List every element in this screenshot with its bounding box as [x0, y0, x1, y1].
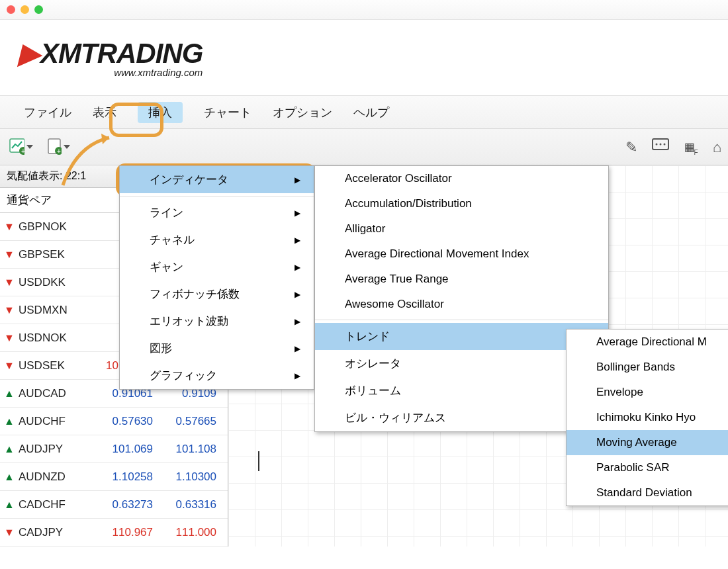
- menu-item[interactable]: Average True Range: [315, 267, 608, 292]
- arrow-up-icon: ▲: [0, 388, 19, 400]
- menu-item-label: ビル・ウィリアムス: [345, 410, 446, 425]
- svg-text:+: +: [21, 148, 24, 155]
- window-titlebar: [0, 0, 728, 20]
- symbol-label: AUDJPY: [19, 443, 95, 456]
- new-chart-icon[interactable]: +: [9, 136, 33, 157]
- insert-dropdown: インディケータ▶ライン▶チャネル▶ギャン▶フィボナッチ係数▶エリオット波動▶図形…: [119, 165, 314, 390]
- submenu-arrow-icon: ▶: [295, 208, 300, 218]
- svg-point-7: [656, 143, 658, 145]
- submenu-arrow-icon: ▶: [295, 263, 300, 272]
- menu-item-label: Standard Deviation: [596, 486, 692, 500]
- menu-item-label: Alligator: [345, 222, 385, 236]
- maximize-icon[interactable]: [34, 5, 43, 14]
- menu-item[interactable]: チャネル▶: [120, 226, 314, 253]
- symbol-label: CADCHF: [19, 498, 95, 511]
- menu-options[interactable]: オプション: [262, 101, 343, 124]
- menu-item-label: トレンド: [345, 329, 390, 344]
- minimize-icon[interactable]: [21, 5, 29, 14]
- menu-item-label: Ichimoku Kinko Hyo: [596, 411, 696, 424]
- comment-icon[interactable]: [652, 138, 670, 157]
- menu-item[interactable]: ライン▶: [120, 199, 314, 226]
- symbol-label: USDNOK: [19, 331, 95, 345]
- toolbar: + + ✎ ▦F ⌂: [0, 129, 728, 165]
- menu-item[interactable]: ビル・ウィリアムス▶: [315, 404, 608, 431]
- menu-item[interactable]: Alligator: [315, 216, 608, 241]
- symbol-label: USDSEK: [19, 359, 95, 372]
- arrow-up-icon: ▲: [0, 416, 19, 427]
- menu-item-label: チャネル: [150, 232, 195, 247]
- svg-point-8: [660, 143, 662, 145]
- ask-value: 0.57665: [161, 415, 220, 428]
- symbol-label: USDMXN: [19, 304, 95, 317]
- menu-item[interactable]: Parabolic SAR: [567, 455, 728, 480]
- bid-value: 0.57630: [95, 415, 161, 428]
- bid-value: 101.069: [95, 443, 161, 456]
- menu-item[interactable]: Moving Average: [567, 430, 728, 455]
- ask-value: 0.63316: [161, 498, 220, 511]
- menu-item-label: Moving Average: [596, 436, 677, 449]
- svg-text:+: +: [57, 148, 61, 155]
- menu-item-label: 図形: [150, 341, 172, 356]
- arrow-down-icon: ▼: [0, 277, 19, 288]
- menu-item[interactable]: Accumulation/Distribution: [315, 191, 608, 216]
- menu-chart[interactable]: チャート: [193, 101, 262, 124]
- menu-help[interactable]: ヘルプ: [343, 101, 400, 124]
- menu-item-label: エリオット波動: [150, 314, 228, 329]
- menu-item-label: オシレータ: [345, 356, 401, 371]
- menu-item-label: Average Directional M: [596, 335, 707, 349]
- menu-item[interactable]: Standard Deviation: [567, 480, 728, 505]
- pencil-icon[interactable]: ✎: [625, 139, 637, 156]
- ask-value: 101.108: [161, 443, 220, 456]
- menu-item-label: Average Directional Movement Index: [345, 247, 529, 261]
- grid-icon[interactable]: ▦F: [685, 138, 698, 156]
- market-watch-row[interactable]: ▼CADJPY110.967111.000: [0, 519, 228, 547]
- menu-item[interactable]: トレンド▶: [315, 323, 608, 350]
- xmtrading-logo: ▶ XMTRADING www.xmtrading.com: [19, 37, 203, 78]
- new-document-icon[interactable]: +: [46, 136, 70, 157]
- symbol-label: USDDKK: [19, 276, 95, 289]
- menu-item[interactable]: インディケータ▶: [120, 166, 314, 193]
- menu-item[interactable]: オシレータ▶: [315, 350, 608, 377]
- menu-item[interactable]: Bollinger Bands: [567, 355, 728, 380]
- menu-file[interactable]: ファイル: [13, 101, 82, 124]
- ask-value: 111.000: [161, 526, 220, 539]
- market-watch-row[interactable]: ▲AUDCHF0.576300.57665: [0, 408, 228, 435]
- arrow-up-icon: ▲: [0, 499, 19, 511]
- menu-item[interactable]: Average Directional Movement Index: [315, 241, 608, 267]
- menu-item[interactable]: Ichimoku Kinko Hyo: [567, 405, 728, 430]
- menu-insert[interactable]: 挿入: [138, 102, 183, 123]
- symbol-label: AUDNZD: [19, 470, 95, 484]
- market-watch-row[interactable]: ▲AUDNZD1.102581.10300: [0, 463, 228, 491]
- menubar: ファイル 表示 挿入 チャート オプション ヘルプ: [0, 96, 728, 129]
- menu-item-label: Average True Range: [345, 273, 449, 286]
- menu-view[interactable]: 表示: [82, 101, 127, 124]
- menu-item[interactable]: グラフィック▶: [120, 362, 314, 389]
- close-icon[interactable]: [7, 5, 15, 14]
- symbol-label: GBPNOK: [19, 220, 95, 234]
- market-watch-row[interactable]: ▲AUDJPY101.069101.108: [0, 435, 228, 463]
- menu-item-label: ギャン: [150, 259, 183, 275]
- menu-item[interactable]: ギャン▶: [120, 253, 314, 281]
- home-icon[interactable]: ⌂: [713, 139, 721, 156]
- market-watch-row[interactable]: ▲CADCHF0.632730.63316: [0, 491, 228, 519]
- menu-item[interactable]: ボリューム▶: [315, 377, 608, 404]
- menu-item[interactable]: Awesome Oscillator: [315, 292, 608, 317]
- bid-value: 110.967: [95, 526, 161, 539]
- menu-item[interactable]: Envelope: [567, 380, 728, 405]
- menu-item[interactable]: フィボナッチ係数▶: [120, 281, 314, 308]
- menu-item-label: フィボナッチ係数: [150, 286, 240, 302]
- menu-item-label: Envelope: [596, 386, 643, 399]
- menu-item-label: Bollinger Bands: [596, 361, 675, 374]
- trend-dropdown: Average Directional MBollinger BandsEnve…: [566, 329, 728, 506]
- svg-point-9: [664, 143, 666, 145]
- submenu-arrow-icon: ▶: [295, 290, 300, 299]
- menu-item[interactable]: Accelerator Oscillator: [315, 166, 608, 191]
- menu-item[interactable]: Average Directional M: [567, 329, 728, 355]
- menu-item-label: ボリューム: [345, 383, 401, 398]
- menu-item[interactable]: 図形▶: [120, 335, 314, 362]
- menu-item[interactable]: エリオット波動▶: [120, 308, 314, 335]
- symbol-label: GBPSEK: [19, 248, 95, 261]
- symbol-label: AUDCHF: [19, 415, 95, 428]
- arrow-up-icon: ▲: [0, 443, 19, 455]
- arrow-down-icon: ▼: [0, 304, 19, 316]
